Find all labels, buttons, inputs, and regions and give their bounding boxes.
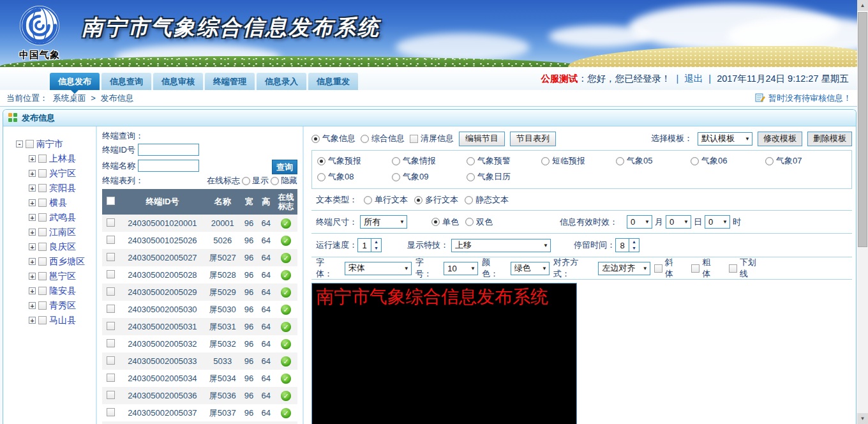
info-type-radio[interactable]: 气象信息 [311,133,355,144]
terminal-row[interactable]: 240305002005034 屏5034 96 64 ✓ [102,370,297,387]
expand-icon[interactable]: + [29,287,36,294]
terminal-row[interactable]: 240305002005027 屏5027 96 64 ✓ [102,249,297,266]
tree-checkbox[interactable] [38,301,47,310]
tree-checkbox[interactable] [38,199,47,207]
tree-checkbox[interactable] [38,155,47,163]
expand-icon[interactable]: + [29,273,36,280]
tree-item[interactable]: + 上林县 [29,151,96,166]
tree-item[interactable]: + 青秀区 [29,298,96,313]
validity-day-select[interactable]: 0▼ [666,215,691,229]
info-type-radio[interactable]: 综合信息 [361,133,405,144]
terminal-row[interactable]: 240305002005033 5033 96 64 ✓ [102,352,297,370]
category-radio[interactable]: 气象09 [392,171,467,183]
stay-stepper[interactable]: 8 ▲▼ [615,238,640,252]
modify-template-button[interactable]: 修改模板 [758,132,802,146]
expand-icon[interactable]: + [29,214,36,221]
tree-item[interactable]: + 邕宁区 [29,269,96,284]
category-radio[interactable]: 短临预报 [541,155,616,167]
terminal-row[interactable]: 240305002005032 屏5032 96 64 ✓ [102,335,297,352]
align-select[interactable]: 左边对齐▼ [598,262,650,275]
scrollbar-thumb[interactable] [858,12,867,247]
tree-item[interactable]: + 武鸣县 [29,210,96,225]
effect-select[interactable]: 上移▼ [451,239,551,252]
category-radio[interactable]: 气象08 [317,171,392,183]
tree-checkbox[interactable] [38,287,47,295]
terminal-row[interactable]: 240305002005038 屏5038 96 64 ✓ [102,421,297,424]
expand-icon[interactable]: + [29,302,36,309]
expand-icon[interactable]: + [29,170,36,177]
text-type-radio[interactable]: 单行文本 [364,194,408,206]
row-checkbox[interactable] [107,356,115,365]
category-radio[interactable]: 气象07 [765,155,840,167]
tree-item[interactable]: + 宾阳县 [29,181,96,195]
vertical-scrollbar[interactable]: ▲ ▼ [857,0,868,424]
terminal-row[interactable]: 240305002005030 屏5030 96 64 ✓ [102,301,297,318]
tree-item[interactable]: + 西乡塘区 [29,254,96,269]
tree-checkbox[interactable] [38,272,47,280]
tree-checkbox[interactable] [38,228,47,236]
speed-stepper[interactable]: 1 ▲▼ [357,238,382,252]
spinner-up-icon[interactable]: ▲ [629,239,639,245]
row-checkbox[interactable] [107,408,115,416]
terminal-size-select[interactable]: 所有▼ [360,215,407,229]
nav-tab[interactable]: 信息录入 [257,73,306,90]
row-checkbox[interactable] [107,391,115,399]
terminal-row[interactable]: 240305001025026 5026 96 64 ✓ [102,232,297,249]
font-size-select[interactable]: 10▼ [444,262,478,275]
tree-item[interactable]: + 江南区 [29,225,96,239]
validity-month-select[interactable]: 0▼ [627,215,652,229]
select-all-checkbox[interactable] [107,197,115,205]
text-type-radio[interactable]: 多行文本 [414,194,458,206]
terminal-row[interactable]: 240305001020001 20001 96 64 ✓ [102,215,297,232]
color-mode-radio[interactable]: 单色 [431,216,459,228]
tree-checkbox[interactable] [38,169,47,178]
terminal-row[interactable]: 240305002005037 屏5037 96 64 ✓ [102,404,297,421]
message-preview[interactable]: 南宁市气象综合信息发布系统 [311,283,577,424]
text-type-radio[interactable]: 静态文本 [465,194,509,206]
row-checkbox[interactable] [107,270,115,278]
show-radio[interactable] [242,177,250,185]
category-radio[interactable]: 气象预警 [467,155,541,167]
collapse-icon[interactable]: - [16,140,23,148]
clear-screen-checkbox[interactable]: 清屏信息 [410,133,454,144]
row-checkbox[interactable] [107,236,115,244]
row-checkbox[interactable] [107,253,115,261]
edit-program-button[interactable]: 编辑节目 [459,132,505,146]
terminal-row[interactable]: 240305002005029 屏5029 96 64 ✓ [102,284,297,301]
scroll-down-button[interactable]: ▼ [857,413,868,424]
category-radio[interactable]: 气象日历 [467,171,541,183]
row-checkbox[interactable] [107,305,115,313]
expand-icon[interactable]: + [29,229,36,236]
expand-icon[interactable]: + [29,243,36,250]
spinner-up-icon[interactable]: ▲ [371,239,381,245]
expand-icon[interactable]: + [29,185,36,192]
program-list-button[interactable]: 节目表列 [510,132,556,146]
terminal-id-input[interactable] [138,144,199,156]
tree-checkbox[interactable] [38,316,47,324]
font-style-checkbox[interactable]: 斜体 [654,257,681,280]
category-radio[interactable]: 气象05 [616,155,691,167]
tree-checkbox[interactable] [38,257,47,266]
category-radio[interactable]: 气象情报 [392,155,467,167]
nav-tab[interactable]: 信息发布 [50,73,100,90]
scroll-up-button[interactable]: ▲ [857,0,868,11]
expand-icon[interactable]: + [29,258,36,265]
terminal-row[interactable]: 240305002005031 屏5031 96 64 ✓ [102,318,297,335]
breadcrumb-current[interactable]: 发布信息 [100,93,133,103]
delete-template-button[interactable]: 删除模板 [807,132,852,146]
nav-tab[interactable]: 信息重发 [308,73,358,90]
color-select[interactable]: 绿色▼ [511,262,550,275]
row-checkbox[interactable] [107,339,115,347]
font-style-checkbox[interactable]: 下划线 [729,257,764,280]
tree-checkbox[interactable] [26,140,34,148]
tree-item-root[interactable]: - 南宁市 [16,137,96,151]
spinner-down-icon[interactable]: ▼ [629,245,639,252]
breadcrumb-home[interactable]: 系统桌面 [53,93,86,103]
search-button[interactable]: 查询 [272,160,297,174]
row-checkbox[interactable] [107,287,115,296]
tree-item[interactable]: + 兴宁区 [29,166,96,181]
color-mode-radio[interactable]: 双色 [465,216,493,228]
template-select[interactable]: 默认模板▼ [698,132,752,146]
terminal-name-input[interactable] [138,160,199,172]
hide-radio[interactable] [271,177,279,185]
